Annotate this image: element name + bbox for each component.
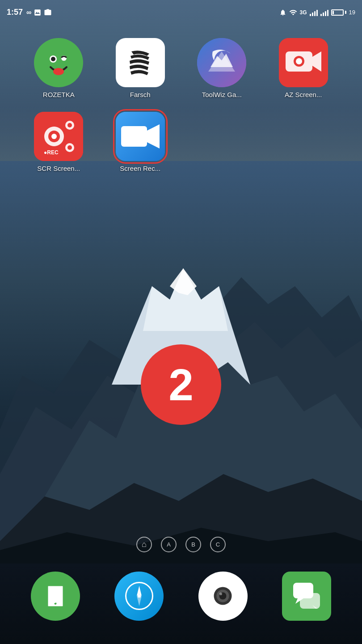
scr-screen-label: SCR Screen...: [37, 165, 80, 172]
svg-point-4: [51, 57, 55, 61]
farsch-label: Farsch: [130, 91, 151, 98]
toolwiz-label: ToolWiz Ga...: [202, 91, 242, 98]
screen-rec-icon: [116, 112, 165, 161]
svg-rect-23: [121, 126, 147, 147]
camera-notification-icon: [44, 8, 52, 17]
apps-grid: ROZETKA Farsch: [0, 29, 362, 181]
rozetka-label: ROZETKA: [43, 91, 75, 98]
svg-text:●REC: ●REC: [44, 149, 59, 156]
image-notification-icon: [34, 8, 42, 17]
page-indicator-c[interactable]: C: [210, 537, 226, 552]
svg-point-12: [296, 58, 302, 64]
status-time: 1:57: [7, 8, 23, 17]
svg-rect-36: [300, 593, 320, 609]
dock-camera[interactable]: [198, 572, 248, 621]
svg-point-20: [67, 145, 72, 150]
rozetka-icon: [34, 38, 83, 87]
infinity-icon: ∞: [26, 8, 31, 17]
status-bar: 1:57 ∞ 3G: [0, 0, 362, 25]
page-indicator-b[interactable]: B: [185, 537, 201, 552]
app-az-screen[interactable]: AZ Screen...: [267, 38, 340, 98]
app-farsch[interactable]: Farsch: [104, 38, 177, 98]
countdown-number: 2: [168, 362, 194, 407]
page-indicator-a[interactable]: A: [161, 537, 177, 552]
alarm-icon: [279, 9, 286, 16]
page-indicators: ⌂ A B C: [0, 537, 362, 552]
svg-point-18: [67, 123, 72, 127]
svg-point-5: [53, 68, 64, 75]
app-screen-rec[interactable]: Screen Rec...: [104, 112, 177, 172]
svg-point-28: [137, 594, 141, 598]
app-scr-screen[interactable]: ●REC SCR Screen...: [22, 112, 95, 172]
app-toolwiz[interactable]: ToolWiz Ga...: [185, 38, 258, 98]
scr-screen-icon: ●REC: [34, 112, 83, 161]
page-indicator-home[interactable]: ⌂: [136, 537, 152, 552]
az-screen-label: AZ Screen...: [285, 91, 322, 98]
status-icons: ∞: [26, 8, 52, 17]
app-rozetka[interactable]: ROZETKA: [22, 38, 95, 98]
signal-bars-2: [320, 9, 328, 16]
svg-point-33: [219, 593, 222, 595]
dock-phone[interactable]: [31, 572, 80, 621]
signal-bars-1: [310, 9, 318, 16]
dock: [0, 557, 362, 635]
toolwiz-icon: [197, 38, 246, 87]
battery-level: 19: [349, 9, 355, 16]
dock-browser[interactable]: [114, 572, 164, 621]
screen-rec-label: Screen Rec...: [120, 165, 160, 172]
3g-label: 3G: [300, 9, 307, 16]
status-left: 1:57 ∞: [7, 8, 52, 17]
farsch-icon: [116, 38, 165, 87]
countdown-circle: 2: [141, 344, 221, 425]
status-right: 3G 19: [279, 8, 355, 17]
svg-point-16: [51, 134, 57, 139]
wifi-icon: [289, 8, 297, 17]
battery-indicator: [331, 9, 346, 16]
az-screen-icon: [279, 38, 328, 87]
dock-messages[interactable]: [282, 572, 331, 621]
